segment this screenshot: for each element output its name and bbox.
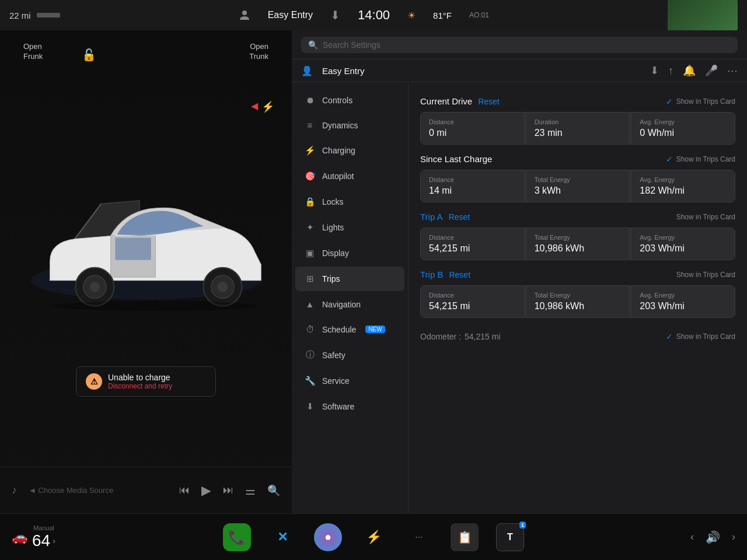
warning-icon: ⚠	[86, 373, 102, 390]
current-drive-show-trips[interactable]: ✓ Show in Trips Card	[666, 97, 735, 106]
last-charge-avg-energy-value: 182 Wh/mi	[640, 186, 727, 196]
odometer-show-trips[interactable]: ✓ Show in Trips Card	[666, 332, 735, 341]
nav-item-navigation[interactable]: ▲ Navigation	[295, 292, 404, 316]
show-trips-label-b: Show in Trips Card	[676, 271, 735, 279]
speed-arrow-icon: ›	[53, 536, 55, 545]
current-drive-reset[interactable]: Reset	[478, 97, 500, 106]
trip-b-avg-energy-cell: Avg. Energy 203 Wh/mi	[631, 285, 735, 318]
trip-a-show-trips[interactable]: Show in Trips Card	[676, 213, 735, 221]
equalizer-icon[interactable]: ⚌	[245, 484, 256, 498]
header-bar: 👤 Easy Entry ⬇ ↑ 🔔 🎤 ⋯	[292, 60, 747, 82]
skip-fwd-btn[interactable]: ⏭	[223, 484, 233, 496]
main-content: Open Frunk Open Trunk 🔓 ◀ ⚡	[0, 30, 747, 513]
last-charge-avg-energy-cell: Avg. Energy 182 Wh/mi	[631, 170, 735, 202]
download-icon: ⬇	[330, 8, 340, 22]
service-icon: 🔧	[305, 376, 315, 386]
software-icon: ⬇	[305, 401, 315, 412]
trip-a-energy-cell: Total Energy 10,986 kWh	[526, 228, 630, 260]
trip-a-title: Trip A	[420, 212, 443, 222]
current-distance-value: 0 mi	[429, 128, 516, 138]
charging-icon: ⚡	[305, 145, 315, 156]
lightning-icon: ⚡	[261, 100, 274, 113]
autopilot-label: Autopilot	[322, 172, 354, 181]
warning-subtitle: Disconnect and retry	[108, 382, 172, 390]
right-panel: 🔍 Search Settings 👤 Easy Entry ⬇ ↑ 🔔 🎤 ⋯…	[292, 30, 747, 513]
nav-item-software[interactable]: ⬇ Software	[295, 394, 404, 419]
temp-display: 81°F	[433, 10, 452, 20]
x-app-btn[interactable]: ✕	[268, 523, 296, 551]
search-media-btn[interactable]: 🔍	[267, 484, 280, 497]
show-trips-label-current: Show in Trips Card	[676, 97, 735, 106]
nav-item-charging[interactable]: ⚡ Charging	[295, 138, 404, 163]
camera-app-btn[interactable]: ●	[314, 523, 342, 551]
current-distance-cell: Distance 0 mi	[420, 112, 525, 145]
share-icon[interactable]: ↑	[668, 65, 673, 77]
nav-item-safety[interactable]: ⓘ Safety	[295, 342, 404, 368]
mode-display: AO:01	[469, 11, 489, 19]
more-icon[interactable]: ⋯	[727, 64, 738, 77]
mic-icon[interactable]: 🎤	[705, 64, 718, 77]
search-input-area[interactable]: 🔍 Search Settings	[301, 37, 738, 53]
nav-item-autopilot[interactable]: 🎯 Autopilot	[295, 164, 404, 188]
panels-row: ⏺ Controls ≡ Dynamics ⚡ Charging 🎯 Autop…	[292, 82, 747, 513]
nav-item-lights[interactable]: ✦ Lights	[295, 215, 404, 240]
charging-warning-banner: ⚠ Unable to charge Disconnect and retry	[76, 366, 216, 397]
download-header-icon[interactable]: ⬇	[650, 64, 659, 77]
dots-app-btn[interactable]: ···	[405, 523, 433, 551]
phone-app-btn[interactable]: 📞	[223, 523, 251, 551]
tesla-app-btn[interactable]: T 1	[496, 523, 524, 551]
nav-sidebar: ⏺ Controls ≡ Dynamics ⚡ Charging 🎯 Autop…	[292, 82, 409, 513]
current-duration-value: 23 min	[535, 128, 622, 138]
trips-content: Current Drive Reset ✓ Show in Trips Card…	[409, 82, 747, 513]
trunk-label[interactable]: Open Trunk	[249, 42, 268, 62]
taskbar-left: 🚗 Manual 64 ›	[12, 524, 82, 550]
chevron-right-icon[interactable]: ›	[732, 531, 735, 543]
nav-item-controls[interactable]: ⏺ Controls	[295, 88, 404, 112]
last-charge-distance-label: Distance	[429, 176, 516, 183]
current-energy-value: 0 Wh/mi	[640, 128, 727, 138]
top-bar-right	[668, 0, 738, 30]
taskbar: 🚗 Manual 64 › 📞 ✕ ● ⚡ ··· 📋 T 1 ‹ 🔊 ›	[0, 513, 747, 560]
nav-item-dynamics[interactable]: ≡ Dynamics	[295, 113, 404, 137]
last-charge-show-trips[interactable]: ✓ Show in Trips Card	[666, 155, 735, 164]
trip-a-reset[interactable]: Reset	[449, 212, 470, 222]
chevron-left-icon[interactable]: ‹	[690, 531, 694, 543]
nav-item-service[interactable]: 🔧 Service	[295, 369, 404, 393]
charging-label: Charging	[322, 146, 355, 155]
trip-b-show-trips[interactable]: Show in Trips Card	[676, 271, 735, 279]
nav-item-trips[interactable]: ⊞ Trips	[295, 267, 404, 291]
lights-label: Lights	[322, 223, 344, 232]
car-labels: Open Frunk Open Trunk	[0, 42, 292, 62]
trip-b-total-energy-label: Total Energy	[535, 292, 622, 299]
map-thumbnail	[668, 0, 738, 30]
nav-item-locks[interactable]: 🔒 Locks	[295, 190, 404, 214]
current-energy-cell: Avg. Energy 0 Wh/mi	[631, 112, 735, 145]
media-source-text[interactable]: ◄ Choose Media Source	[29, 486, 167, 495]
last-charge-header: Since Last Charge ✓ Show in Trips Card	[420, 154, 735, 164]
skip-back-btn[interactable]: ⏮	[179, 484, 190, 496]
frunk-label[interactable]: Open Frunk	[23, 42, 43, 62]
play-btn[interactable]: ▶	[201, 483, 211, 498]
current-drive-stats: Distance 0 mi Duration 23 min Avg. Energ…	[420, 112, 735, 145]
safety-label: Safety	[322, 351, 345, 360]
trip-b-reset[interactable]: Reset	[449, 270, 470, 279]
svg-point-8	[53, 301, 257, 312]
nav-item-display[interactable]: ▣ Display	[295, 241, 404, 265]
volume-icon[interactable]: 🔊	[706, 530, 720, 544]
file-app-btn[interactable]: 📋	[451, 523, 479, 551]
trips-icon: ⊞	[305, 274, 315, 284]
controls-icon: ⏺	[305, 95, 315, 105]
bell-icon[interactable]: 🔔	[683, 64, 696, 77]
odometer-show-trips-label: Show in Trips Card	[676, 332, 735, 341]
locks-icon: 🔒	[305, 197, 315, 207]
bluetooth-app-btn[interactable]: ⚡	[359, 523, 388, 551]
safety-icon: ⓘ	[305, 349, 315, 360]
nav-item-schedule[interactable]: ⏱ Schedule NEW	[295, 317, 404, 341]
navigation-icon: ▲	[305, 299, 315, 309]
current-distance-label: Distance	[429, 118, 516, 125]
last-charge-total-energy-label: Total Energy	[535, 176, 622, 183]
trip-b-header: Trip B Reset Show in Trips Card	[420, 270, 735, 279]
trip-a-header: Trip A Reset Show in Trips Card	[420, 212, 735, 222]
trip-a-distance-cell: Distance 54,215 mi	[420, 228, 525, 260]
check-icon-current: ✓	[666, 97, 673, 106]
